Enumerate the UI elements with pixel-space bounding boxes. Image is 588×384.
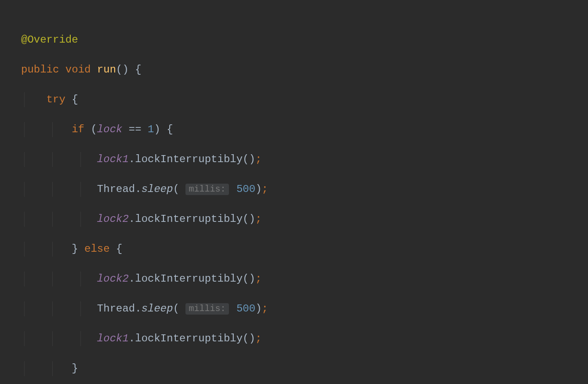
method-run: run bbox=[97, 64, 116, 76]
field-lock2: lock2 bbox=[97, 273, 129, 285]
dot: . bbox=[135, 183, 141, 195]
kw-void: void bbox=[65, 64, 91, 76]
param-hint-millis: millis: bbox=[185, 184, 229, 195]
brace-close: } bbox=[72, 243, 78, 255]
semi: ; bbox=[262, 303, 268, 315]
code-editor[interactable]: @Override public void run() { try { if (… bbox=[0, 0, 588, 384]
paren: ( bbox=[91, 123, 97, 135]
param-hint-millis: millis: bbox=[185, 303, 229, 315]
call-lockint: .lockInterruptibly() bbox=[129, 153, 255, 165]
semi: ; bbox=[255, 213, 261, 225]
field-lock1: lock1 bbox=[97, 153, 129, 165]
kw-if: if bbox=[72, 123, 84, 135]
sleep-call: sleep bbox=[142, 303, 173, 315]
call-lockint: .lockInterruptibly() bbox=[129, 273, 255, 285]
kw-try: try bbox=[47, 94, 65, 105]
paren-empty: () bbox=[116, 64, 129, 76]
field-lock2: lock2 bbox=[97, 213, 129, 225]
call-lockint: .lockInterruptibly() bbox=[129, 333, 255, 344]
semi: ; bbox=[255, 273, 261, 285]
num-1: 1 bbox=[148, 123, 154, 135]
brace: { bbox=[129, 64, 142, 76]
brace: { bbox=[110, 243, 123, 255]
kw-else: else bbox=[84, 243, 110, 255]
paren-close: ) { bbox=[154, 123, 173, 135]
field-lock: lock bbox=[97, 123, 123, 135]
semi: ; bbox=[262, 183, 268, 195]
dot: . bbox=[135, 303, 141, 315]
semi: ; bbox=[255, 333, 261, 344]
call-lockint: .lockInterruptibly() bbox=[129, 213, 255, 225]
thread-class: Thread bbox=[97, 303, 135, 315]
semi: ; bbox=[255, 153, 261, 165]
op-eq: == bbox=[129, 123, 142, 135]
brace-close: } bbox=[72, 362, 78, 374]
num-500: 500 bbox=[236, 303, 255, 315]
thread-class: Thread bbox=[97, 183, 135, 195]
sleep-call: sleep bbox=[142, 183, 173, 195]
annotation-override: @Override bbox=[21, 34, 78, 46]
field-lock1: lock1 bbox=[97, 333, 129, 344]
num-500: 500 bbox=[236, 183, 255, 195]
brace: { bbox=[65, 94, 78, 105]
kw-public: public bbox=[21, 64, 59, 76]
